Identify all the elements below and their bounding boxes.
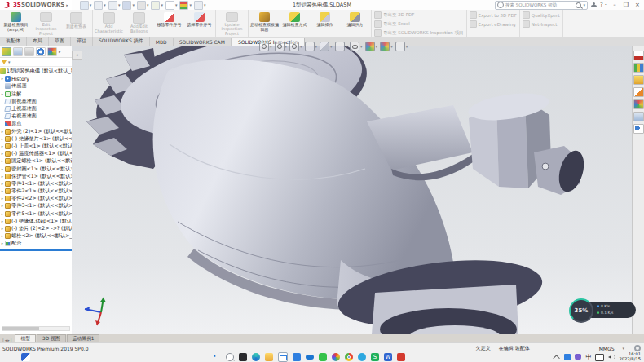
tree-item[interactable]: ▸配合 — [0, 240, 72, 247]
wps-taskbar-icon[interactable]: W — [384, 353, 392, 361]
tray-app-icon[interactable] — [564, 354, 571, 360]
dimxpert-manager-tab[interactable] — [36, 47, 46, 56]
login-icon[interactable] — [591, 2, 596, 7]
tab-SOLIDWORKS 插件[interactable]: SOLIDWORKS 插件 — [93, 37, 150, 46]
search-taskbar-icon[interactable] — [226, 353, 234, 361]
tree-item[interactable]: ▸(-) 垫片 (2)<2> ->? (默认<<默认 — [0, 225, 72, 232]
tree-item[interactable]: ▸零件2<1> (默认<<默认>_显示状 — [0, 188, 72, 195]
mail-taskbar-icon[interactable] — [278, 352, 288, 362]
speaker-icon[interactable] — [608, 354, 615, 360]
save-button[interactable]: ▾ — [122, 1, 135, 10]
performance-badge[interactable]: 35% 0 K/s 0.1 K/s — [569, 298, 637, 321]
dropdown-icon[interactable]: ▾ — [285, 45, 288, 49]
search-scope-icon[interactable] — [497, 2, 504, 8]
wechat-taskbar-icon[interactable] — [319, 353, 327, 361]
edit-methods-button[interactable]: 编辑检查方式 — [280, 11, 310, 36]
tree-item[interactable]: ▸螺栓<2> (默认<<默认>_显示状态 — [0, 232, 72, 240]
feature-tree-tab[interactable] — [2, 47, 11, 56]
units-dropdown-icon[interactable]: ▾ — [622, 347, 624, 351]
photos-taskbar-icon[interactable] — [332, 353, 340, 361]
brand-expand-icon[interactable]: ▸ — [66, 3, 68, 7]
tree-item[interactable]: ▸固定螺栓<1> (默认<<默认>_显示状 — [0, 157, 72, 165]
tree-item[interactable]: ▸保护管<1> (默认<<默认>_显示状 — [0, 173, 72, 180]
tree-item[interactable]: ▸零件5<1> (默认<<默认>_显示状 — [0, 210, 72, 218]
tree-root-item[interactable]: 1型铠装热电偶 (默认<默认_显示状态-1 — [0, 68, 72, 75]
tab-布局[interactable]: 布局 — [27, 37, 49, 46]
messenger-taskbar-icon[interactable] — [358, 353, 366, 361]
forum-icon[interactable] — [633, 124, 644, 134]
graphics-viewport[interactable] — [72, 46, 632, 334]
start-taskbar-icon[interactable] — [214, 355, 218, 360]
help-button[interactable]: ? · — [599, 2, 607, 8]
display-tray-icon[interactable] — [595, 354, 604, 361]
minimize-button[interactable]: – — [611, 2, 619, 8]
tab-装配体[interactable]: 装配体 — [0, 37, 27, 46]
display-manager-tab[interactable] — [47, 47, 57, 56]
dropdown-icon[interactable]: ▾ — [406, 45, 408, 49]
property-manager-tab[interactable] — [13, 47, 23, 56]
search-input[interactable]: 搜索 SOLIDWORKS 帮助 ▾ — [495, 1, 588, 10]
tree-item[interactable]: ▸(-) 绝缘体.step<1> (默认<<默认 — [0, 218, 72, 225]
undo-button[interactable]: ▾ — [151, 1, 163, 10]
file-explorer-taskbar-icon[interactable] — [265, 353, 273, 361]
doc-tab-模型[interactable]: 模型 — [15, 334, 36, 342]
rebuild-button[interactable]: ▾ — [179, 1, 192, 10]
edit-appearance-button[interactable]: ▾ — [365, 42, 378, 51]
design-library-icon[interactable] — [633, 63, 644, 73]
panel-collapse-button[interactable]: « — [72, 51, 82, 60]
dropdown-icon[interactable]: ▾ — [376, 45, 378, 49]
tree-item[interactable]: ▸密封圈<1> (默认<<默认>_显示状 — [0, 165, 72, 172]
restore-button[interactable]: ❐ — [622, 2, 630, 8]
tray-shield-icon[interactable] — [575, 354, 581, 360]
search-dropdown-icon[interactable]: ▾ — [583, 3, 585, 7]
print-button[interactable]: ▾ — [137, 1, 149, 10]
manager-tabs-overflow-icon[interactable]: ▸ — [59, 50, 61, 54]
tree-item[interactable]: ▸注解 — [0, 90, 72, 98]
tree-item[interactable]: 前视基准面 — [0, 98, 72, 105]
filter-dropdown-icon[interactable]: ▾ — [8, 60, 11, 64]
options-button[interactable]: ▾ — [194, 1, 206, 10]
doc-tab-3D 视图[interactable]: 3D 视图 — [37, 334, 66, 342]
tree-item[interactable]: ▸History — [0, 75, 72, 82]
chrome-taskbar-icon[interactable] — [345, 353, 353, 361]
tree-item[interactable]: ▸(-) 上盖<1> (默认<<默认>_显示状 — [0, 143, 72, 150]
onedrive-taskbar-icon[interactable] — [306, 353, 314, 361]
tab-MBD[interactable]: MBD — [150, 38, 174, 46]
tab-评估[interactable]: 评估 — [71, 37, 93, 46]
dropdown-icon[interactable]: ▾ — [360, 45, 363, 49]
apply-scene-button[interactable]: ▾ — [380, 42, 393, 51]
resources-icon[interactable] — [633, 51, 644, 60]
view-settings-button[interactable]: ▾ — [395, 42, 408, 51]
dropdown-icon[interactable]: ▾ — [270, 45, 272, 49]
view-palette-icon[interactable] — [633, 87, 644, 97]
dropdown-icon[interactable]: ▾ — [300, 45, 302, 49]
taskbar-pinned-app[interactable] — [21, 353, 30, 361]
tab-SOLIDWORKS CAM[interactable]: SOLIDWORKS CAM — [174, 38, 232, 46]
new-inspection-button[interactable]: 新建检查项目(amp;M) — [1, 11, 31, 36]
select-balloons-button[interactable]: 选择零件序号 — [184, 11, 214, 36]
section-view-button[interactable]: ▾ — [305, 42, 318, 51]
close-button[interactable]: × — [633, 2, 642, 8]
new-button[interactable]: ▾ — [94, 1, 106, 10]
configuration-manager-tab[interactable] — [24, 47, 34, 56]
file-explorer-icon[interactable] — [633, 75, 644, 85]
store-taskbar-icon[interactable] — [293, 353, 301, 361]
tree-filter[interactable]: ▾ — [0, 58, 72, 67]
tree-item[interactable]: 上视基准面 — [0, 105, 72, 113]
tree-item[interactable]: 原点 — [0, 120, 72, 127]
tree-item[interactable]: ▸(-) 温度传感器<1> (默认<<默认>_ — [0, 150, 72, 157]
custom-properties-icon[interactable] — [633, 112, 644, 121]
eclipse-taskbar-icon[interactable]: S — [371, 353, 379, 361]
ime-indicator[interactable]: 中 — [585, 353, 591, 361]
tree-item[interactable]: ▸(-) 绝缘垫片<1> (默认<<默认>_显 — [0, 135, 72, 143]
hide-show-items-button[interactable]: ▾ — [350, 42, 363, 51]
edit-operations-button[interactable]: 编辑操作 — [310, 11, 340, 36]
view-orientation-button[interactable]: ▾ — [320, 42, 333, 51]
zoom-fit-button[interactable]: ▾ — [259, 42, 272, 51]
doc-tab-运动算例1[interactable]: 运动算例1 — [67, 334, 100, 342]
tree-item[interactable]: 右视基准面 — [0, 113, 72, 120]
display-style-button[interactable]: ▾ — [335, 42, 348, 51]
tree-horizontal-scrollbar[interactable] — [2, 326, 70, 331]
tree-item[interactable]: ▸零件2<2> (默认<<默认>_显示状 — [0, 195, 72, 202]
search-icon[interactable] — [576, 2, 581, 8]
